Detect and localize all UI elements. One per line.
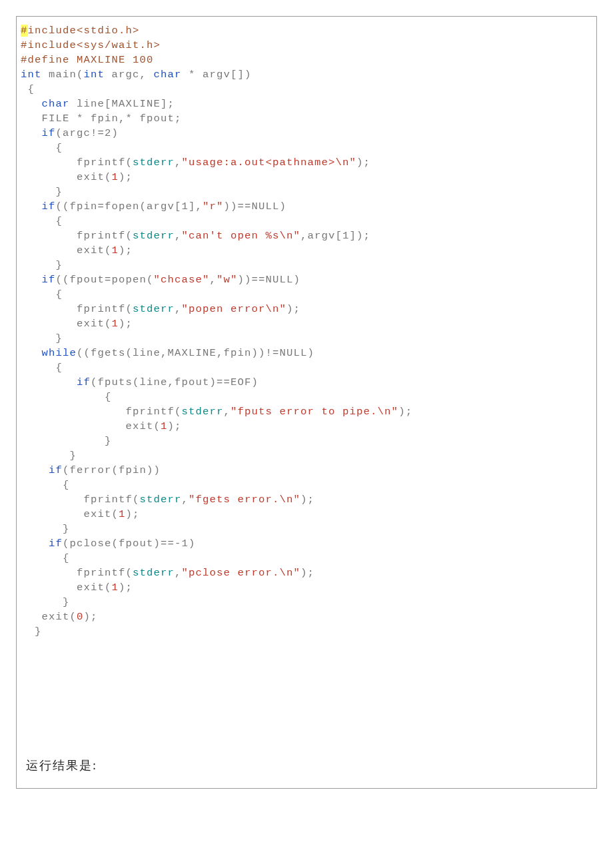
code-token: "usage:a.out<pathname>\n" xyxy=(182,157,357,169)
code-token: 1 xyxy=(119,508,126,520)
code-line: { xyxy=(21,552,70,564)
code-token: "w" xyxy=(217,274,238,286)
code-token: line[MAXLINE]; xyxy=(70,98,175,110)
code-line: { xyxy=(21,479,70,491)
code-token: stderr xyxy=(133,230,175,242)
code-token: fprintf( xyxy=(21,567,133,579)
code-line: { xyxy=(21,391,112,403)
code-token: "pclose error.\n" xyxy=(182,567,301,579)
code-token: exit( xyxy=(21,508,119,520)
code-token: while xyxy=(42,347,77,359)
code-token: (argc!=2) xyxy=(56,127,119,139)
code-token: stderr xyxy=(133,567,175,579)
code-line: { xyxy=(21,288,63,300)
code-token: stderr xyxy=(133,157,175,169)
code-token: ); xyxy=(119,582,133,594)
code-line: { xyxy=(21,83,35,95)
code-token: 1 xyxy=(161,420,168,432)
code-token xyxy=(21,464,49,476)
code-token: ((fpout=popen( xyxy=(56,274,154,286)
code-token: 1 xyxy=(112,171,119,183)
code-token: exit( xyxy=(21,244,112,256)
code-token: 1 xyxy=(112,318,119,330)
code-line: } xyxy=(21,435,112,447)
code-token: char xyxy=(42,98,70,110)
code-token: exit( xyxy=(21,171,112,183)
code-line: } xyxy=(21,523,70,535)
code-token: 1 xyxy=(112,244,119,256)
code-line: { xyxy=(21,362,63,374)
code-token: exit( xyxy=(21,318,112,330)
code-line-3: #define MAXLINE 100 xyxy=(21,54,154,66)
code-token: exit( xyxy=(21,582,112,594)
code-token xyxy=(21,376,77,388)
code-token: (pclose(fpout)==-1) xyxy=(63,538,196,550)
code-token: fprintf( xyxy=(21,406,182,418)
code-token: , xyxy=(175,567,182,579)
code-token xyxy=(21,201,42,213)
code-token: if xyxy=(42,127,56,139)
code-token: exit( xyxy=(21,420,161,432)
code-token: ); xyxy=(119,318,133,330)
code-token xyxy=(21,127,42,139)
code-token: ); xyxy=(126,508,140,520)
code-token: stderr xyxy=(182,406,224,418)
code-token: fprintf( xyxy=(21,230,133,242)
code-token: "fputs error to pipe.\n" xyxy=(231,406,398,418)
code-line-1-rest: include<stdio.h> xyxy=(28,25,140,37)
code-token: fprintf( xyxy=(21,157,133,169)
code-line: } xyxy=(21,450,77,462)
code-token: stderr xyxy=(133,303,175,315)
code-token: , xyxy=(175,230,182,242)
code-token: ))==NULL) xyxy=(224,201,287,213)
code-token: ((fpin=fopen(argv[1], xyxy=(56,201,203,213)
code-token: ); xyxy=(168,420,182,432)
code-token: if xyxy=(77,376,91,388)
code-token: , xyxy=(224,406,231,418)
code-token: ); xyxy=(287,303,301,315)
code-line: } xyxy=(21,332,63,344)
code-line: } xyxy=(21,596,70,608)
code-token: , xyxy=(182,494,189,506)
code-token: ,argv[1]); xyxy=(301,230,370,242)
code-token: (fputs(line,fpout)==EOF) xyxy=(91,376,259,388)
code-token: ))==NULL) xyxy=(238,274,301,286)
code-block: #include<stdio.h> #include<sys/wait.h> #… xyxy=(17,17,596,642)
code-line: FILE * fpin,* fpout; xyxy=(21,113,182,125)
code-token: fprintf( xyxy=(21,494,140,506)
code-token: exit( xyxy=(21,611,77,623)
code-token: if xyxy=(42,201,56,213)
code-token: , xyxy=(175,303,182,315)
result-label: 运行结果是: xyxy=(21,755,103,780)
code-token: int xyxy=(21,69,42,81)
code-token: ); xyxy=(119,171,133,183)
code-token: ); xyxy=(301,567,314,579)
code-token: ); xyxy=(356,157,370,169)
code-line: } xyxy=(21,186,63,198)
code-line: { xyxy=(21,142,63,154)
page-frame: #include<stdio.h> #include<sys/wait.h> #… xyxy=(16,16,597,789)
code-token: if xyxy=(42,274,56,286)
code-token: ); xyxy=(119,244,133,256)
code-token: "can't open %s\n" xyxy=(182,230,301,242)
code-token: (ferror(fpin)) xyxy=(63,464,161,476)
code-token: "chcase" xyxy=(154,274,210,286)
code-line: { xyxy=(21,215,63,227)
code-token: argc, xyxy=(105,69,154,81)
code-token: main( xyxy=(42,69,84,81)
code-line: } xyxy=(21,626,42,638)
code-token: char xyxy=(154,69,182,81)
code-token xyxy=(21,538,49,550)
code-line: } xyxy=(21,259,63,271)
code-token: , xyxy=(175,157,182,169)
code-token: stderr xyxy=(140,494,182,506)
code-token xyxy=(21,274,42,286)
code-token xyxy=(21,347,42,359)
code-token: 1 xyxy=(112,582,119,594)
code-line-2: #include<sys/wait.h> xyxy=(21,39,161,51)
code-token: if xyxy=(49,538,63,550)
code-token: int xyxy=(84,69,105,81)
code-token: "popen error\n" xyxy=(182,303,287,315)
code-token xyxy=(21,98,42,110)
code-token: ((fgets(line,MAXLINE,fpin))!=NULL) xyxy=(77,347,314,359)
